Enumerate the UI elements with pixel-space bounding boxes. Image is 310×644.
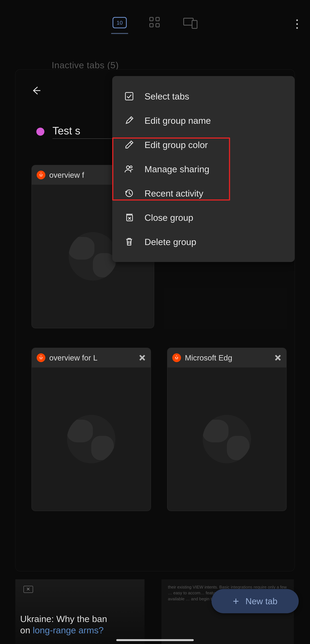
menu-label: Edit group color (145, 140, 208, 150)
group-name-row[interactable]: Test s (36, 124, 119, 139)
inactive-tabs-label: Inactive tabs (5) (52, 60, 119, 70)
close-box-stack-icon (124, 212, 135, 223)
svg-point-0 (39, 174, 40, 175)
svg-point-3 (39, 357, 40, 358)
close-tab-button[interactable] (274, 354, 282, 361)
svg-point-2 (41, 173, 41, 174)
close-icon (23, 586, 33, 593)
svg-point-8 (176, 356, 177, 356)
svg-point-7 (177, 357, 178, 358)
group-name-input[interactable]: Test s (52, 124, 119, 139)
overflow-menu-button[interactable] (294, 20, 300, 29)
menu-edit-group-color[interactable]: Edit group color (112, 132, 295, 157)
reddit-icon (37, 170, 45, 179)
svg-rect-9 (126, 92, 133, 100)
menu-manage-sharing[interactable]: Manage sharing (112, 157, 295, 181)
pencil-icon (124, 115, 135, 126)
eyedropper-icon (124, 139, 135, 150)
menu-label: Manage sharing (145, 164, 209, 174)
check-box-icon (124, 90, 135, 102)
tab-card[interactable]: overview for L (31, 348, 151, 511)
svg-point-5 (41, 356, 41, 356)
tab-count-value: 10 (117, 20, 123, 26)
globe-placeholder-icon (69, 232, 117, 280)
people-icon (124, 163, 135, 175)
group-context-menu: Select tabs Edit group name Edit group c… (112, 76, 295, 262)
menu-select-tabs[interactable]: Select tabs (112, 84, 295, 108)
svg-point-6 (175, 357, 176, 358)
history-icon (124, 188, 135, 199)
new-tab-button[interactable]: + New tab (211, 589, 299, 613)
news-headline: Ukraine: Why the ban on long-range arms? (20, 613, 107, 636)
svg-point-10 (127, 166, 129, 169)
browser-topbar: 10 (0, 0, 310, 45)
tab-card[interactable]: Microsoft Edg (167, 348, 287, 511)
plus-icon: + (233, 595, 239, 607)
menu-edit-group-name[interactable]: Edit group name (112, 108, 295, 132)
tab-title: Microsoft Edg (185, 354, 271, 362)
devices-icon[interactable] (183, 18, 197, 28)
menu-label: Close group (145, 212, 193, 223)
trash-icon (124, 236, 135, 248)
tab-switcher-count[interactable]: 10 (113, 17, 127, 28)
background-tab-card-left: Ukraine: Why the ban on long-range arms? (15, 579, 145, 644)
menu-close-group[interactable]: Close group (112, 206, 295, 230)
svg-point-1 (41, 174, 42, 175)
active-tab-underline (111, 33, 128, 34)
new-tab-label: New tab (245, 596, 277, 606)
globe-placeholder-icon (203, 415, 251, 463)
menu-label: Delete group (145, 236, 196, 247)
menu-recent-activity[interactable]: Recent activity (112, 181, 295, 206)
menu-label: Edit group name (145, 115, 211, 126)
reddit-icon (37, 354, 45, 362)
tab-title: overview for L (49, 354, 135, 362)
gesture-bar (116, 639, 194, 641)
reddit-icon (172, 354, 181, 362)
menu-label: Select tabs (145, 91, 189, 102)
menu-label: Recent activity (145, 188, 203, 198)
menu-delete-group[interactable]: Delete group (112, 230, 295, 254)
apps-grid-icon[interactable] (149, 17, 161, 28)
tab-group-panel: Test s overview f overview for L Microso… (15, 70, 295, 571)
group-color-dot (36, 128, 44, 136)
close-tab-button[interactable] (139, 354, 146, 361)
globe-placeholder-icon (67, 415, 116, 463)
svg-point-4 (41, 357, 42, 358)
back-button[interactable] (31, 86, 41, 96)
svg-point-11 (130, 166, 132, 168)
